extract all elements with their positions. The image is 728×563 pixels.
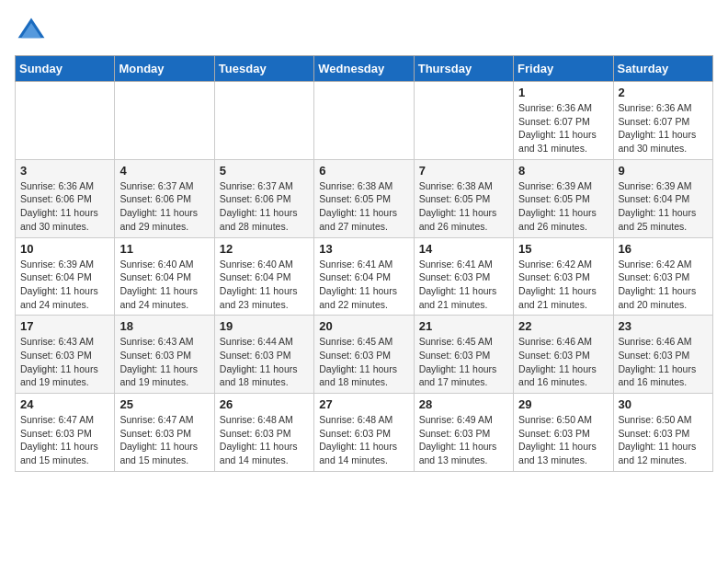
day-number: 5 [220, 164, 309, 178]
weekday-header: Tuesday [214, 56, 313, 82]
day-number: 23 [619, 319, 708, 333]
calendar-cell [214, 82, 313, 160]
calendar-cell: 18Sunrise: 6:43 AM Sunset: 6:03 PM Dayli… [115, 316, 214, 394]
day-number: 30 [619, 397, 708, 411]
calendar-week-row: 24Sunrise: 6:47 AM Sunset: 6:03 PM Dayli… [16, 394, 713, 472]
calendar-cell: 1Sunrise: 6:36 AM Sunset: 6:07 PM Daylig… [514, 82, 613, 160]
day-info: Sunrise: 6:42 AM Sunset: 6:03 PM Dayligh… [518, 258, 608, 312]
day-info: Sunrise: 6:41 AM Sunset: 6:03 PM Dayligh… [419, 258, 508, 312]
calendar-header: SundayMondayTuesdayWednesdayThursdayFrid… [16, 56, 713, 82]
day-number: 6 [319, 164, 408, 178]
calendar-cell: 20Sunrise: 6:45 AM Sunset: 6:03 PM Dayli… [314, 316, 414, 394]
day-info: Sunrise: 6:39 AM Sunset: 6:04 PM Dayligh… [20, 258, 109, 312]
calendar-cell: 3Sunrise: 6:36 AM Sunset: 6:06 PM Daylig… [16, 159, 115, 237]
calendar-week-row: 1Sunrise: 6:36 AM Sunset: 6:07 PM Daylig… [16, 82, 713, 160]
calendar-week-row: 17Sunrise: 6:43 AM Sunset: 6:03 PM Dayli… [16, 316, 713, 394]
day-number: 19 [220, 319, 309, 333]
calendar-cell: 27Sunrise: 6:48 AM Sunset: 6:03 PM Dayli… [314, 394, 414, 472]
logo [15, 15, 51, 48]
day-info: Sunrise: 6:43 AM Sunset: 6:03 PM Dayligh… [119, 335, 209, 389]
day-number: 4 [119, 164, 209, 178]
calendar-cell: 28Sunrise: 6:49 AM Sunset: 6:03 PM Dayli… [414, 394, 513, 472]
day-info: Sunrise: 6:44 AM Sunset: 6:03 PM Dayligh… [220, 335, 309, 389]
calendar-cell: 5Sunrise: 6:37 AM Sunset: 6:06 PM Daylig… [214, 159, 313, 237]
day-info: Sunrise: 6:40 AM Sunset: 6:04 PM Dayligh… [119, 258, 209, 312]
weekday-header: Thursday [414, 56, 513, 82]
calendar-cell: 8Sunrise: 6:39 AM Sunset: 6:05 PM Daylig… [514, 159, 613, 237]
calendar-week-row: 3Sunrise: 6:36 AM Sunset: 6:06 PM Daylig… [16, 159, 713, 237]
day-info: Sunrise: 6:39 AM Sunset: 6:05 PM Dayligh… [518, 179, 608, 234]
calendar-cell: 15Sunrise: 6:42 AM Sunset: 6:03 PM Dayli… [514, 237, 613, 316]
day-info: Sunrise: 6:40 AM Sunset: 6:04 PM Dayligh… [220, 258, 309, 312]
calendar-cell: 16Sunrise: 6:42 AM Sunset: 6:03 PM Dayli… [613, 237, 712, 316]
day-info: Sunrise: 6:43 AM Sunset: 6:03 PM Dayligh… [20, 335, 109, 389]
weekday-header: Saturday [613, 56, 712, 82]
day-info: Sunrise: 6:48 AM Sunset: 6:03 PM Dayligh… [220, 413, 309, 467]
day-info: Sunrise: 6:50 AM Sunset: 6:03 PM Dayligh… [619, 413, 708, 467]
calendar-cell: 2Sunrise: 6:36 AM Sunset: 6:07 PM Daylig… [613, 82, 712, 160]
calendar-cell: 17Sunrise: 6:43 AM Sunset: 6:03 PM Dayli… [16, 316, 115, 394]
day-info: Sunrise: 6:48 AM Sunset: 6:03 PM Dayligh… [319, 413, 408, 467]
calendar-cell: 19Sunrise: 6:44 AM Sunset: 6:03 PM Dayli… [214, 316, 313, 394]
day-info: Sunrise: 6:46 AM Sunset: 6:03 PM Dayligh… [619, 335, 708, 389]
day-number: 20 [319, 319, 408, 333]
day-info: Sunrise: 6:37 AM Sunset: 6:06 PM Dayligh… [119, 179, 209, 234]
calendar-table: SundayMondayTuesdayWednesdayThursdayFrid… [15, 55, 713, 472]
day-number: 21 [419, 319, 508, 333]
calendar-cell: 30Sunrise: 6:50 AM Sunset: 6:03 PM Dayli… [613, 394, 712, 472]
calendar-week-row: 10Sunrise: 6:39 AM Sunset: 6:04 PM Dayli… [16, 237, 713, 316]
calendar-cell: 4Sunrise: 6:37 AM Sunset: 6:06 PM Daylig… [115, 159, 214, 237]
weekday-header: Friday [514, 56, 613, 82]
day-info: Sunrise: 6:37 AM Sunset: 6:06 PM Dayligh… [220, 179, 309, 234]
day-number: 10 [20, 242, 109, 256]
day-number: 9 [619, 164, 708, 178]
calendar-cell: 29Sunrise: 6:50 AM Sunset: 6:03 PM Dayli… [514, 394, 613, 472]
day-number: 2 [619, 86, 708, 99]
day-number: 13 [319, 242, 408, 256]
calendar-cell: 13Sunrise: 6:41 AM Sunset: 6:04 PM Dayli… [314, 237, 414, 316]
calendar-cell: 21Sunrise: 6:45 AM Sunset: 6:03 PM Dayli… [414, 316, 513, 394]
logo-icon [15, 15, 48, 48]
calendar-cell: 11Sunrise: 6:40 AM Sunset: 6:04 PM Dayli… [115, 237, 214, 316]
calendar-cell: 25Sunrise: 6:47 AM Sunset: 6:03 PM Dayli… [115, 394, 214, 472]
weekday-header: Sunday [16, 56, 115, 82]
calendar-cell [414, 82, 513, 160]
calendar-cell: 26Sunrise: 6:48 AM Sunset: 6:03 PM Dayli… [214, 394, 313, 472]
day-number: 15 [518, 242, 608, 256]
calendar-cell: 22Sunrise: 6:46 AM Sunset: 6:03 PM Dayli… [514, 316, 613, 394]
calendar-cell: 6Sunrise: 6:38 AM Sunset: 6:05 PM Daylig… [314, 159, 414, 237]
day-info: Sunrise: 6:47 AM Sunset: 6:03 PM Dayligh… [20, 413, 109, 467]
calendar-cell: 12Sunrise: 6:40 AM Sunset: 6:04 PM Dayli… [214, 237, 313, 316]
day-number: 16 [619, 242, 708, 256]
day-number: 27 [319, 397, 408, 411]
calendar-cell: 7Sunrise: 6:38 AM Sunset: 6:05 PM Daylig… [414, 159, 513, 237]
day-number: 22 [518, 319, 608, 333]
day-number: 28 [419, 397, 508, 411]
page-header [15, 15, 713, 48]
day-number: 11 [119, 242, 209, 256]
calendar-cell: 14Sunrise: 6:41 AM Sunset: 6:03 PM Dayli… [414, 237, 513, 316]
day-info: Sunrise: 6:46 AM Sunset: 6:03 PM Dayligh… [518, 335, 608, 389]
day-number: 26 [220, 397, 309, 411]
calendar-cell [314, 82, 414, 160]
calendar-cell: 10Sunrise: 6:39 AM Sunset: 6:04 PM Dayli… [16, 237, 115, 316]
day-number: 1 [518, 86, 608, 99]
calendar-cell: 23Sunrise: 6:46 AM Sunset: 6:03 PM Dayli… [613, 316, 712, 394]
day-info: Sunrise: 6:49 AM Sunset: 6:03 PM Dayligh… [419, 413, 508, 467]
weekday-header: Monday [115, 56, 214, 82]
day-number: 18 [119, 319, 209, 333]
calendar-cell: 9Sunrise: 6:39 AM Sunset: 6:04 PM Daylig… [613, 159, 712, 237]
calendar-cell [115, 82, 214, 160]
day-info: Sunrise: 6:39 AM Sunset: 6:04 PM Dayligh… [619, 179, 708, 234]
day-number: 8 [518, 164, 608, 178]
day-info: Sunrise: 6:36 AM Sunset: 6:07 PM Dayligh… [619, 101, 708, 155]
day-number: 29 [518, 397, 608, 411]
day-info: Sunrise: 6:50 AM Sunset: 6:03 PM Dayligh… [518, 413, 608, 467]
calendar-cell: 24Sunrise: 6:47 AM Sunset: 6:03 PM Dayli… [16, 394, 115, 472]
day-info: Sunrise: 6:42 AM Sunset: 6:03 PM Dayligh… [619, 258, 708, 312]
day-info: Sunrise: 6:47 AM Sunset: 6:03 PM Dayligh… [119, 413, 209, 467]
day-info: Sunrise: 6:45 AM Sunset: 6:03 PM Dayligh… [419, 335, 508, 389]
day-number: 24 [20, 397, 109, 411]
day-number: 7 [419, 164, 508, 178]
day-number: 3 [20, 164, 109, 178]
